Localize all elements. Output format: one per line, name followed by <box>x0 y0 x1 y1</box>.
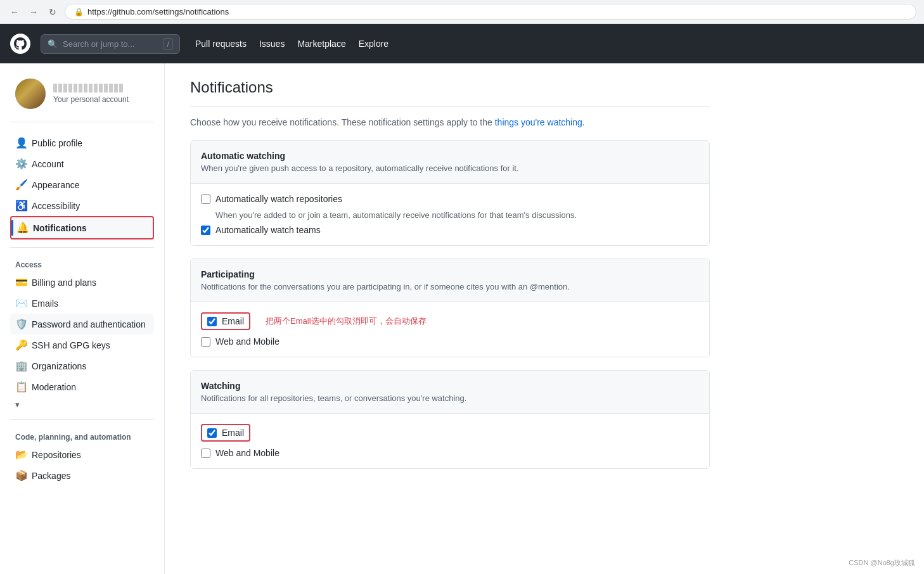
collapse-chevron-icon: ▾ <box>15 400 20 409</box>
watching-body: Email Web and Mobile <box>191 414 709 468</box>
nav-links: Pull requests Issues Marketplace Explore <box>195 39 388 49</box>
sidebar-item-appearance[interactable]: 🖌️ Appearance <box>10 174 154 195</box>
sidebar-item-accessibility[interactable]: ♿ Accessibility <box>10 195 154 216</box>
participating-email-label[interactable]: Email <box>222 316 244 326</box>
main-container: Your personal account 👤 Public profile ⚙… <box>0 63 924 574</box>
auto-watch-teams-label[interactable]: Automatically watch teams <box>215 225 321 235</box>
org-icon: 🏢 <box>15 360 27 372</box>
auto-watch-repos-checkbox[interactable] <box>201 195 210 204</box>
participating-body: Email 把两个Email选中的勾取消即可，会自动保存 Web and Mob… <box>191 302 709 357</box>
sidebar-item-billing[interactable]: 💳 Billing and plans <box>10 272 154 293</box>
sidebar-item-repositories[interactable]: 📂 Repositories <box>10 444 154 465</box>
credit-card-icon: 💳 <box>15 276 27 288</box>
watching-email-row: Email <box>201 424 699 442</box>
sidebar-item-ssh[interactable]: 🔑 SSH and GPG keys <box>10 335 154 355</box>
sidebar-code-label: Code, planning, and automation <box>10 428 154 444</box>
sidebar-access-label: Access <box>10 255 154 272</box>
shield-icon: 🛡️ <box>15 318 27 330</box>
sidebar-profile: Your personal account <box>10 79 154 122</box>
desc-before: Choose how you receive notifications. Th… <box>190 117 495 127</box>
email-icon: ✉️ <box>15 297 27 309</box>
github-logo[interactable] <box>10 34 30 54</box>
desc-after: . <box>582 117 585 127</box>
participating-section: Participating Notifications for the conv… <box>190 258 710 357</box>
sidebar-label-password: Password and authentication <box>32 319 146 329</box>
profile-subtitle: Your personal account <box>53 95 129 104</box>
sidebar-label-notifications: Notifications <box>33 223 87 233</box>
person-icon: 👤 <box>15 137 27 149</box>
sidebar-label-ssh: SSH and GPG keys <box>32 340 110 350</box>
gear-icon: ⚙️ <box>15 158 27 170</box>
sidebar-item-packages[interactable]: 📦 Packages <box>10 465 154 486</box>
sidebar-item-moderation[interactable]: 📋 Moderation <box>10 376 154 397</box>
participating-title: Participating <box>201 269 699 279</box>
participating-web-label[interactable]: Web and Mobile <box>215 336 279 347</box>
main-content: Notifications Choose how you receive not… <box>165 63 735 574</box>
watching-web-row: Web and Mobile <box>201 448 699 458</box>
sidebar: Your personal account 👤 Public profile ⚙… <box>0 63 165 574</box>
auto-watch-teams-row: Automatically watch teams <box>201 225 699 235</box>
participating-desc: Notifications for the conversations you … <box>201 282 699 291</box>
browser-bar: ← → ↻ 🔒 https://github.com/settings/noti… <box>0 0 924 24</box>
participating-web-checkbox[interactable] <box>201 337 210 347</box>
nav-pull-requests[interactable]: Pull requests <box>195 39 247 49</box>
package-icon: 📦 <box>15 469 27 482</box>
sidebar-item-notifications[interactable]: 🔔 Notifications <box>11 217 153 238</box>
sidebar-label-emails: Emails <box>32 298 58 309</box>
annotation-text: 把两个Email选中的勾取消即可，会自动保存 <box>266 316 427 327</box>
profile-info: Your personal account <box>53 84 129 104</box>
sidebar-item-organizations[interactable]: 🏢 Organizations <box>10 355 154 376</box>
title-divider <box>190 106 710 107</box>
sidebar-label-billing: Billing and plans <box>32 277 96 288</box>
nav-explore[interactable]: Explore <box>359 39 388 49</box>
lock-icon: 🔒 <box>74 8 84 16</box>
sidebar-divider-1 <box>10 247 154 248</box>
key-icon: 🔑 <box>15 339 27 351</box>
participating-web-row: Web and Mobile <box>201 336 699 347</box>
page-description: Choose how you receive notifications. Th… <box>190 117 710 127</box>
sidebar-label-organizations: Organizations <box>32 361 86 371</box>
watching-email-checkbox[interactable] <box>207 428 217 438</box>
moderation-icon: 📋 <box>15 381 27 393</box>
nav-marketplace[interactable]: Marketplace <box>297 39 345 49</box>
sidebar-item-account[interactable]: ⚙️ Account <box>10 153 154 174</box>
page-title: Notifications <box>190 79 710 96</box>
nav-issues[interactable]: Issues <box>259 39 285 49</box>
watching-web-label[interactable]: Web and Mobile <box>215 448 279 458</box>
sidebar-label-account: Account <box>32 159 64 169</box>
accessibility-icon: ♿ <box>15 200 27 212</box>
automatic-watching-desc: When you're given push access to a repos… <box>201 163 699 173</box>
participating-email-checkbox[interactable] <box>207 317 217 326</box>
participating-email-row: Email 把两个Email选中的勾取消即可，会自动保存 <box>201 312 699 330</box>
search-placeholder: Search or jump to... <box>63 39 134 49</box>
watching-email-label[interactable]: Email <box>222 428 244 438</box>
back-button[interactable]: ← <box>8 5 22 19</box>
url-text: https://github.com/settings/notification… <box>87 7 229 16</box>
watching-desc: Notifications for all repositories, team… <box>201 393 699 403</box>
watching-web-checkbox[interactable] <box>201 449 210 458</box>
refresh-button[interactable]: ↻ <box>46 5 60 19</box>
sidebar-label-public-profile: Public profile <box>32 138 82 148</box>
sidebar-item-password[interactable]: 🛡️ Password and authentication <box>10 314 154 335</box>
forward-button[interactable]: → <box>27 5 41 19</box>
auto-watch-teams-checkbox[interactable] <box>201 226 210 235</box>
repo-icon: 📂 <box>15 449 27 461</box>
sidebar-label-appearance: Appearance <box>32 180 80 190</box>
sidebar-item-public-profile[interactable]: 👤 Public profile <box>10 132 154 153</box>
watching-section: Watching Notifications for all repositor… <box>190 370 710 469</box>
automatic-watching-title: Automatic watching <box>201 151 699 161</box>
url-bar[interactable]: 🔒 https://github.com/settings/notificati… <box>65 4 916 20</box>
automatic-watching-header: Automatic watching When you're given pus… <box>191 141 709 184</box>
sidebar-label-repositories: Repositories <box>32 450 81 460</box>
auto-watch-repos-label[interactable]: Automatically watch repositories <box>215 194 342 204</box>
participating-header: Participating Notifications for the conv… <box>191 259 709 302</box>
search-bar[interactable]: 🔍 Search or jump to... / <box>41 34 180 54</box>
things-watching-link[interactable]: things you're watching <box>495 117 582 127</box>
top-navigation: 🔍 Search or jump to... / Pull requests I… <box>0 24 924 63</box>
bell-icon: 🔔 <box>16 222 28 234</box>
moderation-collapse-btn[interactable]: ▾ <box>10 397 154 412</box>
watching-email-highlighted: Email <box>201 424 250 442</box>
sidebar-item-emails[interactable]: ✉️ Emails <box>10 293 154 314</box>
search-shortcut: / <box>163 38 173 50</box>
avatar <box>15 79 46 109</box>
